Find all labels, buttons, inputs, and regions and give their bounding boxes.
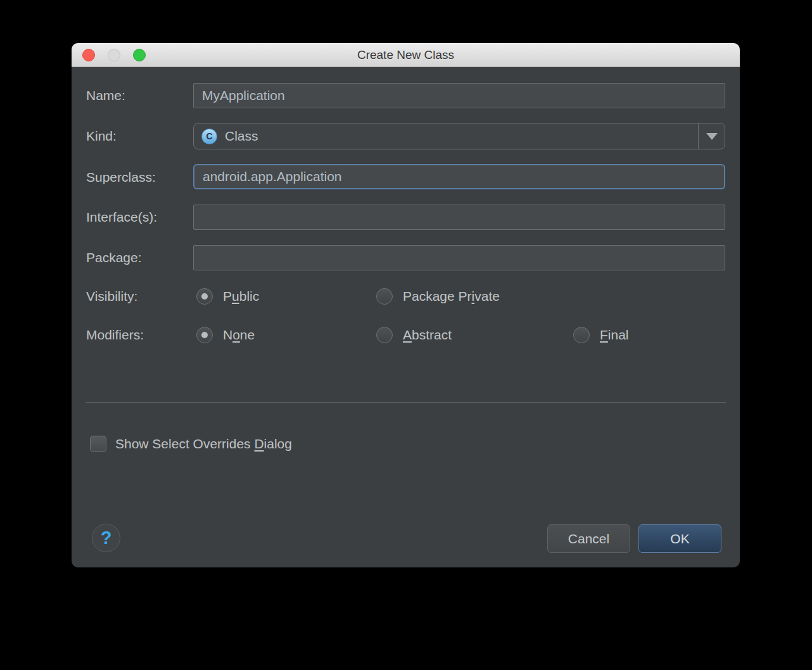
kind-value-text: Class — [225, 129, 258, 144]
interfaces-label: Interface(s): — [86, 208, 157, 226]
question-mark-icon: ? — [101, 528, 112, 548]
kind-combobox[interactable]: C Class — [193, 123, 725, 149]
name-input[interactable]: MyApplication — [193, 83, 725, 108]
interfaces-input[interactable] — [193, 205, 725, 230]
radio-abstract-label[interactable]: Abstract — [403, 326, 452, 344]
show-select-overrides-checkbox[interactable] — [90, 436, 106, 452]
radio-public-label[interactable]: Public — [223, 288, 259, 305]
ok-button[interactable]: OK — [638, 524, 721, 553]
superclass-input[interactable]: android.app.Application — [193, 164, 725, 189]
package-input[interactable] — [193, 245, 725, 270]
radio-final-label[interactable]: Final — [600, 326, 629, 344]
modifiers-label: Modifiers: — [86, 326, 144, 344]
radio-final[interactable] — [573, 327, 590, 343]
radio-none-label[interactable]: None — [223, 326, 255, 344]
help-button[interactable]: ? — [92, 524, 120, 552]
titlebar[interactable]: Create New Class — [72, 43, 740, 67]
window-title: Create New Class — [72, 43, 740, 67]
dialog-body: Name: MyApplication Kind: C Class Superc… — [72, 67, 740, 567]
superclass-label: Superclass: — [86, 168, 156, 186]
kind-dropdown-button[interactable] — [698, 123, 725, 149]
class-icon: C — [201, 129, 217, 144]
radio-abstract[interactable] — [376, 327, 393, 343]
show-select-overrides-label[interactable]: Show Select Overrides Dialog — [115, 435, 292, 453]
radio-package-private[interactable] — [376, 288, 393, 305]
kind-selected-value: C Class — [194, 129, 258, 144]
kind-label: Kind: — [86, 127, 117, 145]
chevron-down-icon — [706, 133, 718, 140]
create-new-class-dialog: Create New Class Name: MyApplication Kin… — [72, 43, 740, 567]
radio-none[interactable] — [196, 327, 213, 343]
radio-dot — [201, 293, 208, 300]
name-label: Name: — [86, 87, 125, 104]
package-label: Package: — [86, 249, 142, 267]
radio-dot — [201, 332, 208, 338]
visibility-label: Visibility: — [86, 288, 137, 305]
radio-package-private-label[interactable]: Package Private — [403, 288, 500, 305]
separator — [86, 402, 726, 403]
radio-public[interactable] — [196, 288, 213, 305]
cancel-button[interactable]: Cancel — [547, 524, 630, 553]
